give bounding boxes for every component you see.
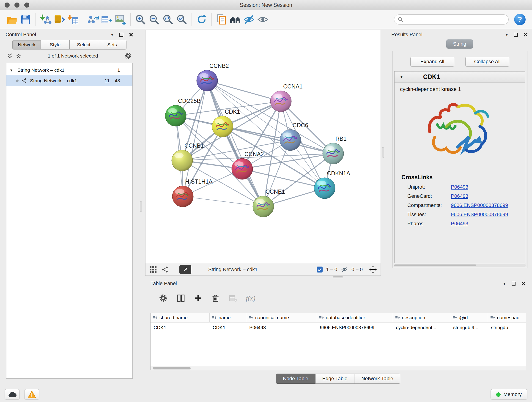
crosslink-pharos-link[interactable]: P06493 [451, 221, 468, 227]
crosslink-genecard-link[interactable]: P06493 [451, 193, 468, 199]
search-input[interactable] [406, 17, 505, 22]
table-horizontal-scrollbar[interactable] [151, 366, 526, 370]
tab-network-table[interactable]: Network Table [355, 374, 400, 384]
network-edge[interactable] [183, 196, 263, 206]
add-column-icon[interactable] [194, 294, 203, 303]
memory-button[interactable]: Memory [491, 389, 527, 400]
toolbar-search[interactable] [394, 14, 509, 25]
collapse-entry-icon[interactable]: ▼ [399, 75, 404, 79]
window-close-button[interactable] [5, 2, 10, 7]
expand-all-button[interactable]: Expand All [410, 57, 454, 67]
zoom-out-icon[interactable] [147, 12, 161, 27]
network-node-CDKN1A[interactable]: CDKN1A [314, 170, 350, 199]
zoom-selected-icon[interactable] [175, 12, 189, 27]
sort-icon[interactable] [249, 316, 253, 320]
export-image-icon[interactable] [114, 12, 127, 27]
collapse-panel-icon[interactable]: ▼ [503, 282, 506, 285]
table-cell[interactable]: CDK1 [151, 325, 210, 330]
zoom-fit-icon[interactable] [161, 12, 175, 27]
tab-edge-table[interactable]: Edge Table [316, 374, 355, 384]
network-node-CCNB1[interactable]: CCNB1 [172, 142, 204, 171]
sort-icon[interactable] [452, 316, 457, 320]
hide-selected-eye-slash-icon[interactable] [242, 12, 256, 27]
collapse-all-icon[interactable] [7, 53, 13, 59]
gear-icon[interactable] [124, 52, 132, 60]
tree-expander-icon[interactable]: ▼ [10, 68, 15, 72]
tab-node-table[interactable]: Node Table [276, 374, 316, 384]
float-panel-icon[interactable] [514, 33, 518, 37]
collapse-all-button[interactable]: Collapse All [465, 57, 509, 67]
column-header--id[interactable]: @id [450, 313, 488, 322]
network-node-CCNA1[interactable]: CCNA1 [270, 83, 303, 112]
export-table-icon[interactable] [100, 12, 114, 27]
column-header-shared-name[interactable]: shared name [151, 313, 210, 322]
network-node-RB1[interactable]: RB1 [323, 135, 347, 164]
table-cell[interactable]: CDK1 [210, 325, 246, 330]
tab-style[interactable]: Style [41, 40, 70, 50]
collapse-panel-icon[interactable]: ▼ [505, 33, 508, 36]
pan-crosshair-icon[interactable] [369, 266, 377, 274]
window-minimize-button[interactable] [14, 2, 19, 7]
sort-icon[interactable] [395, 316, 400, 320]
close-panel-icon[interactable] [129, 32, 133, 37]
crosslink-uniprot-link[interactable]: P06493 [451, 184, 468, 190]
sort-icon[interactable] [490, 316, 495, 320]
home-icons[interactable] [228, 12, 242, 27]
close-panel-icon[interactable] [523, 32, 528, 37]
import-network-database-icon[interactable] [52, 12, 66, 27]
tab-string[interactable]: String [446, 39, 473, 49]
tab-sets[interactable]: Sets [98, 40, 127, 50]
table-cell[interactable]: cyclin-dependent ... [393, 325, 450, 330]
network-node-CCNB2[interactable]: CCNB2 [196, 63, 229, 91]
table-cell[interactable]: stringdb [488, 325, 526, 330]
column-header-description[interactable]: description [393, 313, 450, 322]
table-gear-icon[interactable] [158, 293, 168, 303]
network-node-CCNE1[interactable]: CCNE1 [253, 188, 285, 217]
detach-view-button[interactable] [179, 265, 191, 274]
delete-column-icon[interactable] [211, 294, 220, 303]
table-row[interactable]: CDK1CDK1P064939606.ENSP00000378699cyclin… [151, 322, 526, 332]
copy-document-icon[interactable] [215, 12, 228, 27]
sort-icon[interactable] [153, 316, 157, 320]
table-cell[interactable]: P06493 [246, 325, 317, 330]
vertical-splitter-handle[interactable] [140, 201, 142, 212]
network-edge[interactable] [207, 81, 263, 206]
vertical-splitter-handle[interactable] [382, 147, 384, 158]
close-panel-icon[interactable] [521, 281, 526, 286]
show-columns-icon[interactable] [176, 294, 185, 303]
tab-network[interactable]: Network [12, 40, 41, 50]
collapse-panel-icon[interactable]: ▼ [110, 33, 114, 36]
network-glyph-icon[interactable] [162, 266, 169, 273]
show-all-eye-icon[interactable] [256, 12, 270, 27]
open-session-icon[interactable] [5, 12, 19, 27]
warnings-button[interactable] [24, 389, 39, 400]
results-horizontal-scrollbar[interactable] [394, 264, 526, 267]
scrollbar-thumb[interactable] [153, 367, 191, 370]
cloud-button[interactable] [5, 389, 20, 400]
column-header-namespac[interactable]: namespac [488, 313, 526, 322]
refresh-icon[interactable] [195, 12, 209, 27]
network-canvas[interactable]: CCNB2CCNA1CDC25BCDK1CDC6RB1CCNB1CCNA2CDK… [146, 30, 380, 263]
crosslink-tissues-link[interactable]: 9606.ENSP00000378699 [451, 211, 508, 217]
save-session-icon[interactable] [19, 12, 32, 27]
import-table-icon[interactable] [66, 12, 80, 27]
sort-icon[interactable] [319, 316, 324, 320]
network-row[interactable]: String Network – cdk1 11 48 [6, 75, 133, 86]
column-header-canonical-name[interactable]: canonical name [246, 313, 317, 322]
column-header-name[interactable]: name [210, 313, 246, 322]
export-network-icon[interactable] [86, 12, 100, 27]
sort-icon[interactable] [212, 316, 216, 320]
column-header-database-identifier[interactable]: database identifier [317, 313, 393, 322]
collection-row[interactable]: ▼ String Network – cdk1 1 [6, 65, 133, 75]
float-panel-icon[interactable] [119, 33, 123, 37]
table-cell[interactable]: 9606.ENSP00000378699 [317, 325, 393, 330]
horizontal-splitter-handle[interactable] [333, 276, 343, 278]
tab-select[interactable]: Select [70, 40, 98, 50]
network-node-HIST1H1A[interactable]: HIST1H1A [172, 178, 213, 207]
network-node-CDC25B[interactable]: CDC25B [165, 98, 201, 126]
network-node-CDK1[interactable]: CDK1 [212, 108, 240, 137]
float-panel-icon[interactable] [512, 282, 515, 286]
gene-entry-header[interactable]: ▼ CDK1 [394, 71, 525, 83]
help-button[interactable]: ? [514, 14, 526, 25]
table-cell[interactable]: stringdb:9... [450, 325, 488, 330]
